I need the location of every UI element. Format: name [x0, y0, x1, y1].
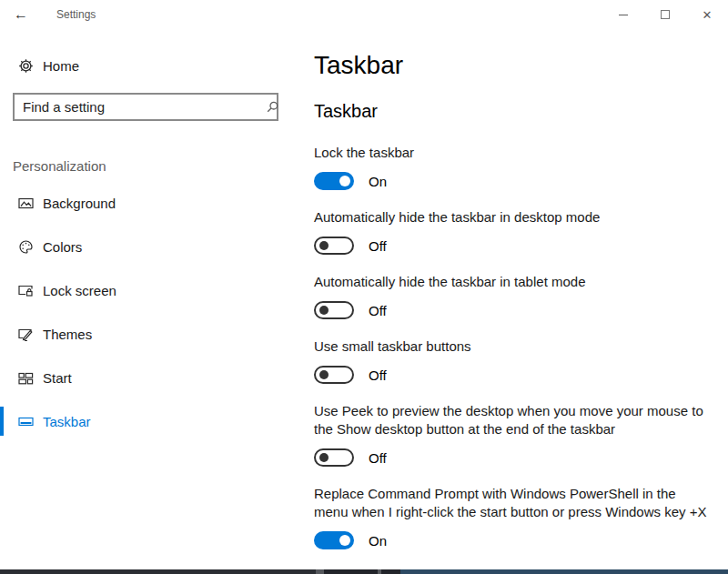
sidebar-section-header: Personalization	[13, 158, 300, 174]
setting-row-automatically-hide-the-taskbar-in-tablet: Automatically hide the taskbar in tablet…	[314, 273, 710, 319]
window-title: Settings	[56, 8, 96, 21]
close-button[interactable]: ✕	[686, 0, 728, 29]
minimize-button[interactable]	[602, 0, 644, 29]
taskbar-strip-segment	[316, 569, 324, 574]
setting-label: Replace Command Prompt with Windows Powe…	[314, 485, 710, 521]
search-box	[13, 93, 288, 121]
toggle-state-label: Off	[369, 238, 387, 254]
toggle-state-label: Off	[369, 450, 387, 466]
setting-row-lock-the-taskbar: Lock the taskbar On	[314, 144, 710, 190]
window-controls: ✕	[602, 0, 728, 29]
minimize-icon	[619, 15, 628, 15]
colors-icon	[18, 239, 34, 255]
sidebar-item-home[interactable]: Home	[0, 51, 300, 80]
back-arrow-icon: ←	[14, 6, 28, 23]
sidebar-item-themes[interactable]: Themes	[0, 319, 300, 348]
setting-row-use-small-taskbar-buttons: Use small taskbar buttons Off	[314, 337, 710, 384]
toggle-state-label: Off	[369, 303, 387, 318]
maximize-icon	[661, 10, 670, 19]
search-input[interactable]	[13, 93, 278, 121]
setting-row-use-peek-to-preview-the-desktop-when-you: Use Peek to preview the desktop when you…	[314, 402, 710, 467]
home-label: Home	[43, 58, 79, 74]
lock-screen-icon	[18, 283, 34, 298]
toggle-switch[interactable]	[314, 531, 354, 549]
sidebar: Home Personalization Background	[0, 29, 300, 569]
sidebar-nav-list: Background Colors Lock screen Themes	[0, 188, 300, 450]
sidebar-item-taskbar[interactable]: Taskbar	[0, 407, 300, 436]
toggle-state-label: On	[369, 174, 387, 189]
toggle-switch[interactable]	[314, 448, 354, 467]
toggle-knob	[339, 176, 350, 186]
sidebar-item-start[interactable]: Start	[0, 363, 300, 392]
setting-label: Automatically hide the taskbar in tablet…	[314, 273, 710, 291]
settings-window: ← Settings ✕ Home	[0, 0, 728, 574]
taskbar-strip-segment	[0, 569, 316, 574]
toggle-state-label: On	[369, 533, 387, 549]
setting-label: Lock the taskbar	[314, 144, 710, 162]
start-icon	[18, 370, 34, 386]
setting-label: Use Peek to preview the desktop when you…	[314, 402, 710, 438]
themes-icon	[18, 327, 34, 342]
toggle-switch[interactable]	[314, 366, 354, 384]
sidebar-item-background[interactable]: Background	[0, 188, 300, 217]
setting-label: Use small taskbar buttons	[314, 337, 710, 356]
toggle-switch[interactable]	[314, 301, 354, 319]
toggle-state-label: Off	[369, 368, 387, 383]
sidebar-item-lock-screen[interactable]: Lock screen	[0, 276, 300, 305]
taskbar-icon	[18, 414, 34, 429]
settings-list: Lock the taskbar On Automatically hide t…	[314, 144, 710, 549]
search-icon	[266, 100, 279, 117]
toggle-knob	[319, 241, 329, 250]
desktop-taskbar-strip[interactable]	[0, 569, 728, 574]
taskbar-strip-segment	[400, 569, 728, 574]
close-icon: ✕	[703, 8, 713, 22]
back-button[interactable]: ←	[0, 0, 42, 29]
sidebar-item-colors[interactable]: Colors	[0, 232, 300, 261]
active-indicator	[0, 407, 4, 436]
setting-row-automatically-hide-the-taskbar-in-deskto: Automatically hide the taskbar in deskto…	[314, 208, 710, 255]
main-pane: Taskbar Taskbar Lock the taskbar On Auto…	[300, 29, 728, 569]
maximize-button[interactable]	[644, 0, 686, 29]
setting-label: Automatically hide the taskbar in deskto…	[314, 208, 710, 227]
gear-icon	[18, 58, 34, 74]
background-icon	[18, 196, 34, 211]
taskbar-strip-segment	[324, 569, 378, 574]
taskbar-strip-segment	[381, 569, 400, 574]
toggle-switch[interactable]	[314, 237, 354, 255]
toggle-knob	[319, 306, 329, 315]
toggle-switch[interactable]	[314, 172, 354, 190]
setting-row-replace-command-prompt-with-windows-powe: Replace Command Prompt with Windows Powe…	[314, 485, 710, 549]
section-title: Taskbar	[314, 101, 710, 122]
toggle-knob	[339, 535, 350, 546]
page-title: Taskbar	[314, 50, 710, 81]
toggle-knob	[319, 370, 329, 379]
titlebar: ← Settings ✕	[0, 0, 728, 29]
toggle-knob	[319, 453, 329, 462]
